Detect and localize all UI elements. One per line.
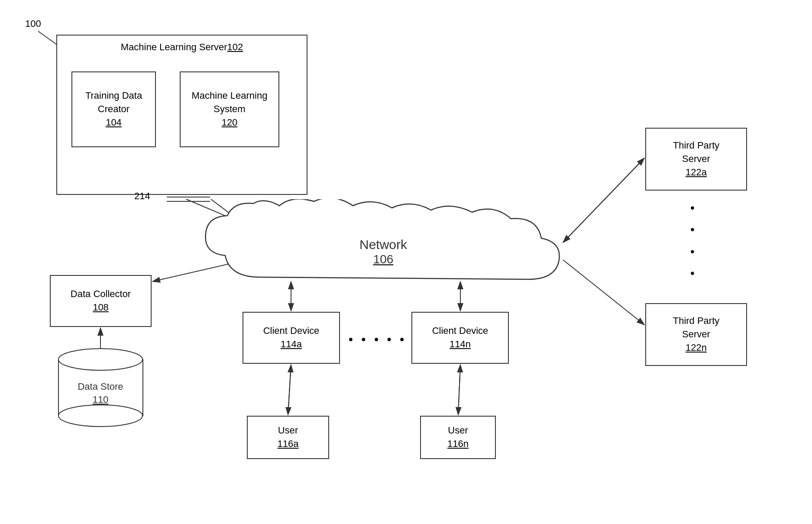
training-data-creator-number: 104: [106, 116, 122, 129]
dots-between-clients: • • • • • •: [349, 333, 420, 346]
ml-system-number: 120: [222, 116, 238, 129]
user-a-box: User 116a: [247, 416, 329, 459]
training-data-creator-label: Training DataCreator: [85, 89, 142, 116]
ml-system-box: Machine LearningSystem 120: [180, 71, 279, 147]
svg-line-19: [458, 365, 460, 415]
svg-line-14: [563, 260, 644, 325]
training-data-creator-box: Training DataCreator 104: [71, 71, 156, 147]
user-a-label: User: [278, 424, 298, 437]
dots-between-servers: ••••: [690, 197, 695, 285]
svg-line-20: [458, 365, 460, 415]
client-device-a-number: 114a: [281, 338, 302, 351]
figure-number-label: 100: [25, 18, 41, 29]
svg-line-13: [563, 158, 644, 243]
user-n-label: User: [448, 424, 468, 437]
client-device-n-number: 114n: [450, 338, 471, 351]
connection-label-214: 214: [134, 191, 150, 202]
network-cloud: Network 106: [195, 199, 572, 294]
data-collector-box: Data Collector 108: [50, 275, 152, 327]
svg-text:Data Store: Data Store: [78, 381, 123, 392]
ml-server-number: 102: [227, 42, 243, 52]
diagram-container: 100: [0, 0, 812, 524]
ml-system-label: Machine LearningSystem: [192, 89, 268, 116]
data-collector-number: 108: [93, 301, 109, 314]
client-device-a-box: Client Device 114a: [243, 312, 340, 364]
svg-point-25: [58, 405, 142, 427]
svg-line-18: [288, 365, 291, 415]
third-party-server-n-box: Third PartyServer 122n: [645, 303, 747, 366]
svg-text:Network: Network: [359, 237, 408, 252]
user-n-box: User 116n: [420, 416, 496, 459]
user-n-number: 116n: [447, 437, 469, 451]
client-device-a-label: Client Device: [263, 324, 320, 338]
ml-server-label: Machine Learning Server: [121, 42, 227, 52]
user-a-number: 116a: [278, 437, 299, 451]
third-party-server-n-number: 122n: [686, 341, 707, 355]
svg-text:106: 106: [373, 252, 394, 266]
svg-line-12: [563, 158, 644, 243]
client-device-n-label: Client Device: [432, 324, 488, 338]
third-party-server-a-label: Third PartyServer: [673, 139, 720, 166]
svg-line-17: [288, 365, 291, 415]
svg-point-24: [58, 349, 142, 370]
client-device-n-box: Client Device 114n: [411, 312, 509, 364]
third-party-server-a-number: 122a: [686, 166, 707, 179]
svg-text:110: 110: [93, 394, 109, 405]
third-party-server-a-box: Third PartyServer 122a: [645, 128, 747, 191]
data-collector-label: Data Collector: [71, 288, 131, 301]
third-party-server-n-label: Third PartyServer: [673, 314, 720, 341]
data-store-cylinder: Data Store 110: [50, 346, 152, 433]
